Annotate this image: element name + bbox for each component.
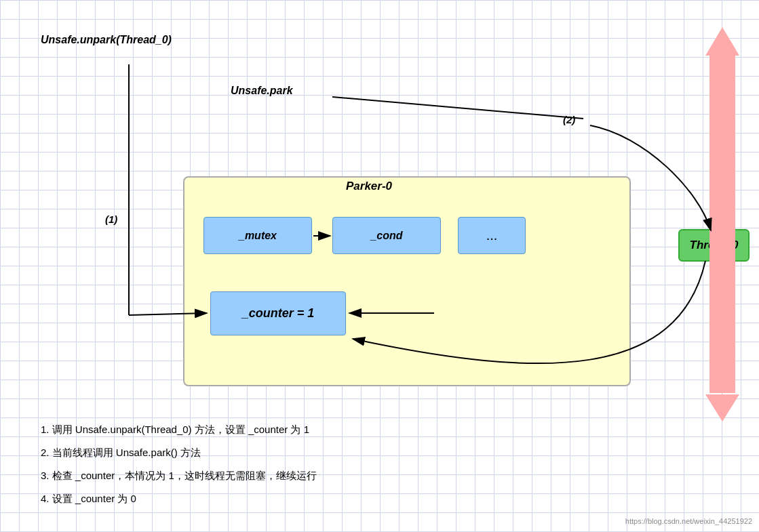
mutex-box: _mutex: [203, 217, 312, 254]
step2-label: (2): [563, 114, 575, 125]
desc-item-4: 4. 设置 _counter 为 0: [41, 489, 317, 509]
parker-title: Parker-0: [346, 180, 392, 193]
thread-box: Thread-0: [678, 229, 750, 262]
unsafe-park-label: Unsafe.park: [231, 85, 293, 97]
dots-box: ...: [458, 217, 526, 254]
watermark: https://blog.csdn.net/weixin_44251922: [625, 517, 752, 525]
step1-label: (1): [105, 213, 117, 225]
svg-marker-6: [705, 394, 739, 422]
diagram-container: Unsafe.unpark(Thread_0) Unsafe.park (1) …: [0, 0, 759, 532]
counter-box: _counter = 1: [210, 291, 346, 335]
unsafe-unpark-label: Unsafe.unpark(Thread_0): [41, 34, 172, 46]
desc-item-1: 1. 调用 Unsafe.unpark(Thread_0) 方法，设置 _cou…: [41, 420, 317, 440]
parker-box: [183, 176, 631, 386]
description-list: 1. 调用 Unsafe.unpark(Thread_0) 方法，设置 _cou…: [41, 420, 317, 512]
desc-item-3: 3. 检查 _counter，本情况为 1，这时线程无需阻塞，继续运行: [41, 466, 317, 486]
svg-marker-5: [705, 27, 739, 56]
cond-box: _cond: [332, 217, 441, 254]
desc-item-2: 2. 当前线程调用 Unsafe.park() 方法: [41, 443, 317, 463]
